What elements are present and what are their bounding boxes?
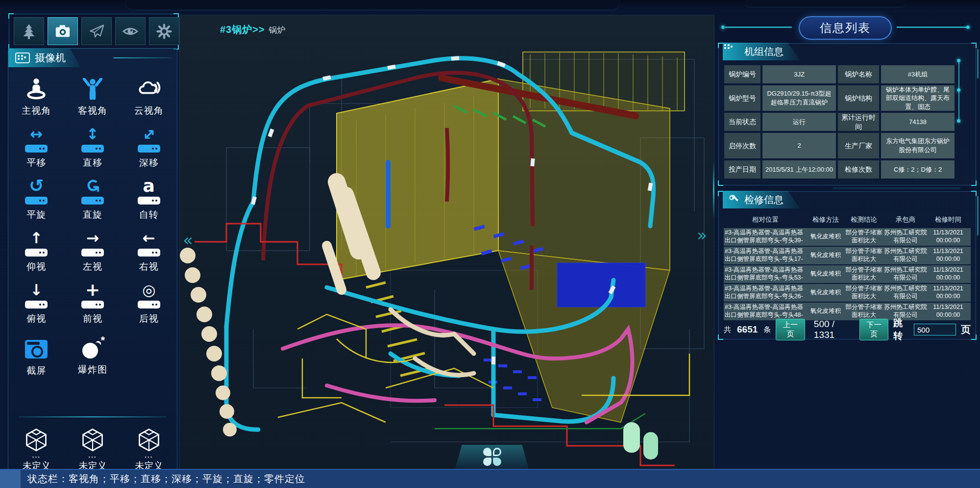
- rotate-flat-button[interactable]: ↺ 平旋: [12, 181, 61, 221]
- col-header: 检测结论: [844, 215, 883, 224]
- table-row[interactable]: #3-高温再热器管-高温再热器出口侧管屏底部弯头-弯头48- 氧化皮堆积 部分管…: [724, 303, 971, 320]
- top-decor-pill-right: [745, 0, 906, 7]
- prev-page-button[interactable]: 上一页: [776, 319, 805, 340]
- maintenance-column-headers: 相对位置 检修方法 检测结论 承包商 检修时间: [724, 215, 971, 224]
- unit-label: 锅炉编号: [724, 65, 760, 83]
- pan-vertical-button[interactable]: ↕ 直移: [68, 129, 117, 169]
- model-menu-button[interactable]: [455, 445, 529, 469]
- view-down-button[interactable]: ↓ 俯视: [12, 285, 61, 325]
- rotate-vertical-button[interactable]: ↺ 直旋: [68, 181, 117, 221]
- title-node-right: [966, 26, 970, 29]
- pan-depth-button[interactable]: ↔ 深移: [124, 129, 173, 169]
- title-trace-right: [897, 26, 968, 28]
- pan-horizontal-button[interactable]: ↔ 平移: [12, 129, 61, 169]
- share-button[interactable]: [81, 17, 112, 45]
- status-bar: 状态栏：客视角；平移；直移；深移；平旋；直旋；零件定位: [0, 469, 980, 488]
- status-bar-accent: [0, 470, 21, 488]
- collapse-right-icon[interactable]: »: [697, 225, 707, 245]
- tree-button[interactable]: [14, 17, 44, 45]
- settings-button[interactable]: [149, 17, 179, 45]
- info-list-title: 信息列表: [799, 16, 892, 40]
- custom-view-button-1[interactable]: … 未定义: [23, 427, 50, 472]
- main-view-button[interactable]: 主视角: [12, 77, 61, 117]
- collapse-left-icon[interactable]: «: [183, 230, 193, 250]
- title-trace-left: [725, 26, 792, 28]
- camera-panel-header: 摄像机: [8, 49, 80, 67]
- unit-value: C修：2；D修：2: [881, 160, 955, 179]
- circuit-node: [957, 88, 960, 92]
- unit-value: 74138: [881, 113, 955, 131]
- view-left-icon: →: [79, 233, 106, 257]
- cloud-view-button[interactable]: 云视角: [124, 77, 173, 117]
- table-row[interactable]: #3-高温再热器管-高温再热器出口侧管屏底部弯头-弯头26- 氧化皮堆积 部分管…: [724, 284, 971, 302]
- table-row[interactable]: #3-高温再热器管-高温再热器出口侧管屏底部弯头-弯头53- 氧化皮堆积 部分管…: [724, 265, 971, 283]
- view-left-button[interactable]: → 左视: [68, 233, 117, 273]
- view-front-icon: +: [79, 285, 106, 309]
- view-button[interactable]: [115, 17, 146, 45]
- paper-plane-icon: [88, 23, 105, 40]
- unit-label: 锅炉型号: [724, 85, 760, 111]
- view-right-button[interactable]: ← 右视: [124, 233, 173, 273]
- top-decor-pill: [125, 0, 620, 10]
- breadcrumb-current: 锅炉: [269, 25, 286, 36]
- rotate-flat-icon: ↺: [23, 181, 49, 205]
- view-front-button[interactable]: + 前视: [68, 285, 117, 325]
- total-suffix: 条: [763, 325, 771, 334]
- person-arms-icon: [79, 77, 106, 102]
- total-count: 6651: [737, 324, 758, 335]
- next-page-button[interactable]: 下一页: [859, 319, 889, 340]
- unit-value: 锅炉本体为单炉膛、尾部双烟道结构、露天布置、固态: [881, 85, 955, 111]
- unit-value: 运行: [762, 113, 836, 131]
- main-toolbar: [14, 17, 179, 45]
- guest-view-button[interactable]: 客视角: [68, 77, 117, 117]
- cube-icon: [80, 427, 105, 453]
- unit-info-table: 锅炉编号 3JZ 锅炉名称 #3机组 锅炉型号 DG2910/29.15-π3型…: [724, 65, 955, 179]
- camera-button[interactable]: [48, 17, 78, 45]
- breadcrumb-root[interactable]: #3锅炉>>: [220, 23, 265, 36]
- jump-label: 跳转: [893, 317, 909, 342]
- unit-label: 投产日期: [724, 160, 760, 179]
- person-pin-icon: [23, 77, 50, 102]
- custom-view-button-2[interactable]: … 未定义: [78, 427, 106, 472]
- edge-dash: [977, 49, 979, 78]
- col-header: 承包商: [883, 215, 928, 224]
- jump-page-input[interactable]: [914, 324, 956, 335]
- camera-icon: [54, 23, 71, 40]
- maintenance-title: 检修信息: [744, 193, 784, 206]
- gear-icon: [156, 23, 172, 40]
- status-bar-text: 状态栏：客视角；平移；直移；深移；平旋；直旋；零件定位: [27, 472, 305, 486]
- page-unit-label: 页: [961, 323, 971, 336]
- cube-icon: [136, 427, 162, 453]
- table-row[interactable]: #3-高温再热器管-高温再热器出口侧管屏底部弯头-弯头17- 氧化皮堆积 部分管…: [724, 247, 971, 264]
- 3d-viewport[interactable]: #3锅炉>> 锅炉 « »: [179, 15, 714, 470]
- maintenance-panel: 检修信息 相对位置 检修方法 检测结论 承包商 检修时间 #3-高温再热器管-高…: [718, 191, 976, 339]
- view-back-button[interactable]: ◎ 后视: [124, 285, 173, 325]
- unit-label: 锅炉名称: [838, 65, 879, 83]
- self-rotate-button[interactable]: a 自转: [124, 181, 173, 221]
- view-up-button[interactable]: ↑ 仰视: [12, 233, 61, 273]
- title-node-left: [721, 26, 725, 29]
- boiler-3d-scene[interactable]: [180, 15, 714, 469]
- maintenance-table: #3-高温再热器管-高温再热器出口侧管屏底部弯头-弯头39- 氧化皮堆积 部分管…: [724, 228, 971, 320]
- screenshot-button[interactable]: 截屏: [12, 337, 61, 377]
- viewport-edge-glow: [713, 162, 714, 218]
- header-trace-line: [114, 57, 172, 58]
- pagination-bar: 共 6651 条 上一页 500 / 1331 下一页 跳转 页: [724, 323, 971, 336]
- explode-view-button[interactable]: * 爆炸图: [68, 337, 117, 377]
- panel-divider: [19, 416, 166, 417]
- unit-label: 锅炉结构: [838, 85, 879, 111]
- unit-value: 3JZ: [762, 65, 836, 83]
- unit-value: 东方电气集团东方锅炉股份有限公司: [881, 133, 955, 158]
- view-up-icon: ↑: [23, 233, 49, 257]
- rotate-vertical-icon: ↺: [79, 181, 106, 205]
- table-row[interactable]: #3-高温再热器管-高温再热器出口侧管屏底部弯头-弯头39- 氧化皮堆积 部分管…: [724, 228, 971, 246]
- eye-icon: [122, 23, 139, 40]
- circuit-node: [957, 59, 960, 62]
- screenshot-icon: [25, 340, 48, 359]
- clover-icon: [483, 448, 501, 466]
- custom-view-button-3[interactable]: … 未定义: [135, 427, 163, 472]
- self-rotate-icon: a: [136, 181, 162, 205]
- unit-info-panel: 机组信息 锅炉编号 3JZ 锅炉名称 #3机组 锅炉型号 DG2910/29.1…: [718, 43, 976, 185]
- total-prefix: 共: [724, 325, 731, 334]
- control-pad-icon: [15, 52, 30, 63]
